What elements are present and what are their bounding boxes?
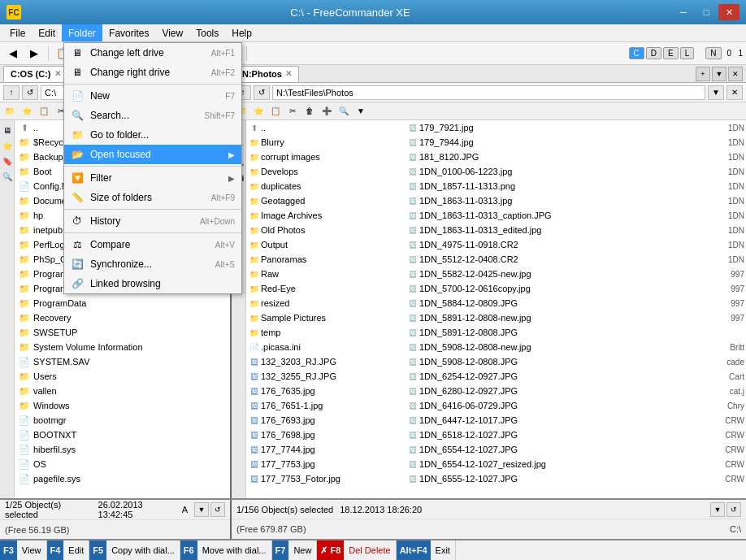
right-file-item[interactable]: 📁 Develops 🖼 1DN_0100-06-1223.jpg 1DN — [246, 164, 746, 179]
left-file-item[interactable]: 📁 $Recycle.Bin — [15, 135, 230, 150]
right-path-display[interactable]: N:\TestFiles\Photos — [272, 85, 705, 100]
right-side-icon-2[interactable]: ⭐ — [232, 139, 245, 152]
fkey-f4[interactable]: F4 Edit — [47, 540, 90, 560]
right-status-drive-btn[interactable]: ▼ — [710, 502, 725, 517]
left-ptb-6[interactable]: ➕ — [87, 104, 103, 119]
right-tab-dropdown[interactable]: ▼ — [712, 67, 726, 81]
right-file-item[interactable]: 🖼 177_7753.jpg 🖼 1DN_6554-12-1027_resize… — [246, 457, 746, 471]
left-file-item[interactable]: 📁 SWSETUP — [15, 325, 230, 340]
left-file-item[interactable]: 📁 PhSp_CS... — [15, 252, 230, 267]
left-file-item[interactable]: 📁 Users — [15, 369, 230, 384]
left-path-refresh[interactable]: ↺ — [22, 85, 38, 100]
drive-tab-l[interactable]: L — [680, 47, 695, 59]
right-path-arrow[interactable]: ▼ — [708, 85, 724, 100]
left-file-item[interactable]: 📁 Boot — [15, 164, 230, 179]
right-ptb-3[interactable]: 📋 — [267, 104, 284, 119]
fkey-altf4[interactable]: Alt+F4 Exit — [397, 540, 456, 560]
right-ptb-2[interactable]: ⭐ — [250, 104, 267, 119]
left-file-item[interactable]: 📁 Recovery — [15, 310, 230, 325]
right-tab-photos[interactable]: N:Photos ✕ — [235, 66, 299, 82]
back-button[interactable]: ◀ — [3, 45, 23, 63]
fkey-f5[interactable]: F5 Copy with dial... — [89, 540, 180, 560]
side-icon-1[interactable]: 🖥 — [1, 124, 14, 137]
right-file-item[interactable]: 📁 Output 🖼 1DN_4975-11-0918.CR2 1DN — [246, 237, 746, 252]
left-file-item[interactable]: 📄 pagefile.sys — [15, 471, 230, 486]
left-file-item[interactable]: 📄 Config.Msi — [15, 179, 230, 193]
right-file-item[interactable]: 📁 Sample Pictures 🖼 1DN_5891-12-0808-new… — [246, 310, 746, 325]
cut-button[interactable]: ✂ — [74, 45, 93, 63]
right-file-item[interactable]: 📁 resized 🖼 1DN_5884-12-0809.JPG 997 — [246, 296, 746, 310]
right-file-item[interactable]: 📁 temp 🖼 1DN_5891-12-0808.JPG — [246, 325, 746, 340]
left-file-item[interactable]: 📄 hiberfil.sys — [15, 442, 230, 457]
left-path-display[interactable]: C:\ — [41, 85, 189, 100]
left-ptb-8[interactable]: ▼ — [121, 104, 137, 119]
left-file-item[interactable]: 📁 Docume... — [15, 193, 230, 208]
right-ptb-6[interactable]: ➕ — [319, 104, 335, 119]
right-file-item[interactable]: 🖼 177_7753_Fotor.jpg 🖼 1DN_6555-12-1027.… — [246, 471, 746, 486]
right-file-item[interactable]: 🖼 132_3203_RJ.JPG 🖼 1DN_5908-12-0808.JPG… — [246, 354, 746, 369]
paste-button[interactable]: 📄 — [95, 45, 115, 63]
left-tab-dropdown[interactable]: ▼ — [196, 67, 210, 81]
fkey-f3[interactable]: F3 View — [0, 540, 47, 560]
drive-tab-d[interactable]: D — [646, 47, 661, 59]
right-side-icon-1[interactable]: 🖥 — [232, 124, 245, 137]
left-file-list[interactable]: ⬆ .. 📁 $Recycle.Bin 📁 Backup 📁 Boot 📄 Co… — [15, 120, 230, 498]
left-path-x[interactable]: ✕ — [210, 85, 227, 100]
left-tab-close[interactable]: ✕ — [54, 69, 61, 78]
drive-tab-n[interactable]: N — [705, 47, 721, 59]
menu-edit[interactable]: Edit — [32, 24, 62, 41]
menu-folder[interactable]: Folder — [62, 24, 102, 41]
left-file-item[interactable]: 📁 ProgramData — [15, 296, 230, 310]
menu-help[interactable]: Help — [225, 24, 258, 41]
left-file-item[interactable]: 📁 Backup — [15, 150, 230, 164]
right-side-icon-4[interactable]: 📷 — [232, 170, 245, 183]
right-status-refresh-btn[interactable]: ↺ — [726, 502, 741, 517]
right-ptb-7[interactable]: 🔍 — [336, 104, 352, 119]
right-file-item[interactable]: 📁 Old Photos 🖼 1DN_1863-11-0313_edited.j… — [246, 223, 746, 237]
left-ptb-7[interactable]: 🔍 — [104, 104, 120, 119]
right-file-item[interactable]: 🖼 177_7744.jpg 🖼 1DN_6554-12-1027.JPG CR… — [246, 442, 746, 457]
right-tab-new[interactable]: + — [696, 67, 710, 81]
settings-button[interactable]: ⚙ — [223, 45, 242, 63]
right-file-item[interactable]: 📁 duplicates 🖼 1DN_1857-11-1313.png 1DN — [246, 179, 746, 193]
left-file-item[interactable]: 📁 Program Files (x86) — [15, 281, 230, 296]
fkey-f7[interactable]: F7 New — [272, 540, 318, 560]
left-path-arrow[interactable]: ▼ — [192, 85, 208, 100]
right-tab-close[interactable]: ✕ — [285, 69, 292, 78]
right-side-icon-3[interactable]: 🔍 — [232, 154, 245, 167]
right-path-x[interactable]: ✕ — [726, 85, 743, 100]
left-file-item[interactable]: ⬆ .. — [15, 120, 230, 135]
right-file-item[interactable]: 🖼 176_7698.jpg 🖼 1DN_6518-12-1027.JPG CR… — [246, 428, 746, 442]
view-button[interactable]: 👁 — [194, 45, 214, 63]
right-file-item[interactable]: 🖼 176_7693.jpg 🖼 1DN_6447-12-1017.JPG CR… — [246, 413, 746, 428]
right-ptb-1[interactable]: 📁 — [233, 104, 249, 119]
right-ptb-4[interactable]: ✂ — [284, 104, 301, 119]
left-file-item[interactable]: 📄 OS — [15, 457, 230, 471]
drive-tab-e[interactable]: E — [663, 47, 679, 59]
right-file-list[interactable]: ⬆ .. 🖼 179_7921.jpg 1DN 📁 Blurry 🖼 179_7… — [246, 120, 746, 498]
right-file-item[interactable]: 📁 Raw 🖼 1DN_5582-12-0425-new.jpg 997 — [246, 267, 746, 281]
right-file-item[interactable]: 📁 corrupt images 🖼 181_8120.JPG 1DN — [246, 150, 746, 164]
left-ptb-3[interactable]: 📋 — [36, 104, 52, 119]
menu-favorites[interactable]: Favorites — [102, 24, 155, 41]
copy-button[interactable]: 📋 — [53, 45, 72, 63]
left-file-item[interactable]: 📄 BOOTNXT — [15, 428, 230, 442]
right-path-refresh[interactable]: ↺ — [254, 85, 270, 100]
menu-view[interactable]: View — [155, 24, 189, 41]
new-folder-button[interactable]: 📁 — [173, 45, 193, 63]
left-file-item[interactable]: 📁 System Volume Information — [15, 340, 230, 354]
left-tab-close-panel[interactable]: ✕ — [212, 67, 227, 81]
menu-tools[interactable]: Tools — [189, 24, 225, 41]
right-file-item[interactable]: 📁 Geotagged 🖼 1DN_1863-11-0313.jpg 1DN — [246, 193, 746, 208]
delete-button[interactable]: 🗑 — [124, 45, 143, 63]
left-file-item[interactable]: 📁 hp — [15, 208, 230, 223]
side-icon-2[interactable]: ⭐ — [1, 139, 14, 152]
left-status-drive-btn[interactable]: ▼ — [194, 502, 209, 517]
left-path-up[interactable]: ↑ — [3, 85, 20, 100]
menu-file[interactable]: File — [3, 24, 32, 41]
left-file-item[interactable]: 📁 vallen — [15, 384, 230, 398]
left-tab-cos[interactable]: C:OS (C:) ✕ — [3, 66, 68, 82]
right-ptb-8[interactable]: ▼ — [353, 104, 369, 119]
close-button[interactable]: ✕ — [718, 4, 739, 20]
side-icon-3[interactable]: 🔖 — [1, 154, 14, 167]
